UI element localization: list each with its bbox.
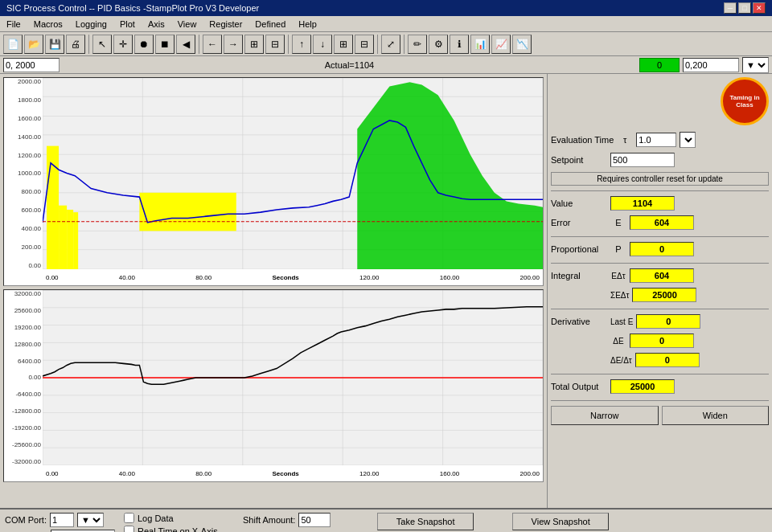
y-range-input[interactable] [3, 58, 60, 72]
derivative-display2: 0 [630, 334, 694, 348]
tb-settings[interactable]: ⚙ [429, 35, 448, 54]
tb-zoom-out-h[interactable]: ⊟ [265, 35, 285, 54]
total-output-label: Total Output [551, 382, 607, 391]
derivative-row1: Derivative Last E 0 [551, 314, 769, 329]
error-symbol: E [610, 218, 626, 227]
integral-display1: 604 [630, 268, 694, 283]
com-port-select[interactable]: ▼ [77, 513, 104, 527]
menu-view[interactable]: View [171, 18, 203, 31]
tb-save[interactable]: 💾 [45, 35, 64, 54]
value-row: Value 1104 [551, 196, 769, 211]
error-display: 604 [630, 215, 694, 230]
integral-display2: 25000 [632, 288, 696, 302]
x-range-input[interactable] [683, 58, 739, 72]
shift-amount-label: Shift Amount: [243, 515, 295, 525]
tb-down-arrow[interactable]: ↓ [313, 35, 332, 54]
shift-amount-input[interactable] [298, 513, 331, 527]
menu-logging[interactable]: Logging [69, 18, 113, 31]
view-snapshot-button[interactable]: View Snapshot [512, 513, 609, 530]
svg-marker-22 [357, 82, 543, 269]
proportional-display: 0 [630, 242, 694, 256]
tb-open[interactable]: 📂 [24, 35, 43, 54]
toolbar: 📄 📂 💾 🖨 ↖ ✛ ⏺ ⏹ ◀ ← → ⊞ ⊟ ↑ ↓ ⊞ ⊟ ⤢ ✏ ⚙ … [0, 32, 772, 56]
com-port-row: COM Port: ▼ [5, 513, 117, 527]
x-axis-title-top: Seconds [272, 274, 298, 281]
tb-right-arrow[interactable]: → [224, 35, 243, 54]
total-output-display: 25000 [610, 379, 675, 394]
window-controls: ─ □ ✕ [724, 2, 766, 14]
bottom-chart-x-labels: 0.00 40.00 80.00 Seconds 120.00 160.00 2… [43, 465, 543, 481]
derivative-row3: ΔE/Δτ 0 [551, 353, 769, 367]
bottom-chart-y-labels: 32000.00 25600.00 19200.00 12800.00 6400… [4, 290, 43, 465]
charts-area: 2000.00 1800.00 1600.00 1400.00 1200.00 … [0, 74, 547, 508]
tb-record[interactable]: ⏺ [134, 35, 154, 54]
eval-time-select[interactable]: ▼ [680, 132, 696, 148]
col-snapshot: Take Snapshot Snapshot entire form Snaps… [377, 513, 506, 532]
svg-rect-18 [59, 206, 67, 269]
real-time-checkbox[interactable] [124, 526, 134, 532]
tb-zoom-in-h[interactable]: ⊞ [244, 35, 264, 54]
tb-chart3[interactable]: 📉 [512, 35, 532, 54]
integral-label: Integral [551, 271, 607, 280]
bottom-chart: 32000.00 25600.00 19200.00 12800.00 6400… [3, 289, 544, 482]
tb-pen[interactable]: ✏ [408, 35, 427, 54]
actual-display: Actual=1104 [63, 60, 636, 70]
tb-back[interactable]: ◀ [176, 35, 195, 54]
com-port-input[interactable] [50, 513, 74, 527]
bottom-chart-plot[interactable] [43, 290, 543, 465]
close-button[interactable]: ✕ [753, 2, 766, 14]
narrow-button[interactable]: Narrow [551, 406, 659, 425]
setpoint-input[interactable] [610, 153, 675, 167]
tb-zoom-in-v[interactable]: ⊞ [334, 35, 353, 54]
top-chart: 2000.00 1800.00 1600.00 1400.00 1200.00 … [3, 77, 544, 286]
integral-symbol1: EΔτ [610, 272, 626, 280]
derivative-symbol3: ΔE/Δτ [610, 356, 632, 365]
take-snapshot-button[interactable]: Take Snapshot [377, 513, 474, 530]
svg-rect-21 [139, 193, 236, 231]
derivative-row2: ΔE 0 [551, 334, 769, 348]
menu-axis[interactable]: Axis [142, 18, 171, 31]
tb-zoom-out-v[interactable]: ⊟ [355, 35, 374, 54]
tb-new[interactable]: 📄 [3, 35, 23, 54]
eval-time-input[interactable] [636, 133, 676, 147]
top-chart-inner: 2000.00 1800.00 1600.00 1400.00 1200.00 … [4, 78, 543, 285]
integral-row2: ΣEΔτ 25000 [551, 288, 769, 302]
logo: Taming in Class [721, 77, 769, 125]
col-view-snapshot: View Snapshot Double-Click Plot to add T… [512, 513, 657, 532]
tb-info[interactable]: ℹ [450, 35, 469, 54]
top-status-bar: Actual=1104 0 ▼ [0, 56, 772, 74]
menu-defined[interactable]: Defined [248, 18, 292, 31]
log-data-checkbox[interactable] [124, 513, 134, 523]
minimize-button[interactable]: ─ [724, 2, 737, 14]
tb-stop[interactable]: ⏹ [155, 35, 175, 54]
menu-file[interactable]: File [0, 18, 27, 31]
col-shift: Shift Amount: Save Settings Load Setting… [243, 513, 371, 532]
col-com-port: COM Port: ▼ File Name: Auto Scale Y [5, 513, 117, 532]
tb-cursor[interactable]: ↖ [92, 35, 112, 54]
top-chart-plot[interactable] [43, 78, 543, 269]
error-row: Error E 604 [551, 215, 769, 230]
real-time-row: Real Time on X-Axis [124, 526, 236, 532]
log-data-label: Log Data [138, 514, 174, 523]
tb-graph[interactable]: 📊 [470, 35, 490, 54]
widen-button[interactable]: Widen [662, 406, 770, 425]
value-display: 1104 [610, 196, 675, 211]
eval-time-row: Evaluation Time τ ▼ [551, 132, 769, 148]
top-chart-x-labels: 0.00 40.00 80.00 Seconds 120.00 160.00 2… [43, 269, 543, 285]
menu-macros[interactable]: Macros [27, 18, 69, 31]
top-chart-y-labels: 2000.00 1800.00 1600.00 1400.00 1200.00 … [4, 78, 43, 269]
maximize-button[interactable]: □ [738, 2, 751, 14]
tb-left-arrow[interactable]: ← [203, 35, 222, 54]
menu-help[interactable]: Help [292, 18, 323, 31]
proportional-symbol: P [610, 244, 626, 254]
tb-fit[interactable]: ⤢ [381, 35, 400, 54]
menu-bar: File Macros Logging Plot Axis View Regis… [0, 16, 772, 32]
menu-plot[interactable]: Plot [113, 18, 142, 31]
range-select[interactable]: ▼ [742, 57, 769, 73]
error-label: Error [551, 218, 607, 227]
tb-up-arrow[interactable]: ↑ [292, 35, 311, 54]
menu-register[interactable]: Register [203, 18, 248, 31]
tb-crosshair[interactable]: ✛ [113, 35, 133, 54]
tb-chart2[interactable]: 📈 [491, 35, 511, 54]
tb-print[interactable]: 🖨 [66, 35, 85, 54]
